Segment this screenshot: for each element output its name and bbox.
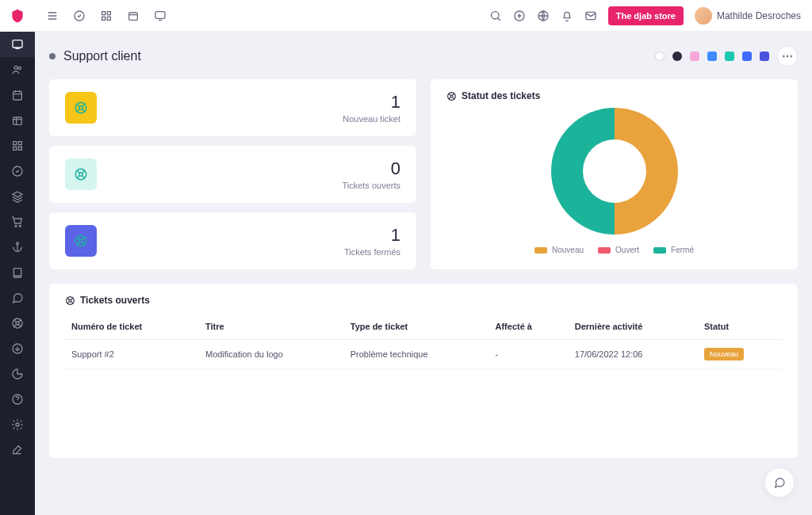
svg-rect-23	[107, 17, 110, 20]
main-content: Support client ⋯ 1Nouveau ticket0Tickets…	[35, 32, 812, 515]
lifebuoy-icon	[65, 296, 75, 306]
mail-icon[interactable]	[584, 10, 597, 22]
theme-swatches: ⋯	[655, 46, 798, 67]
svg-point-35	[79, 239, 83, 243]
cell-assigned: -	[489, 340, 569, 369]
svg-point-33	[79, 173, 83, 177]
tickets-table-card: Tickets ouverts Numéro de ticketTitreTyp…	[49, 284, 798, 458]
lifebuoy-icon	[65, 158, 97, 190]
svg-point-39	[69, 299, 71, 301]
nav-users[interactable]	[0, 57, 35, 82]
stat-card: 1Nouveau ticket	[49, 79, 416, 136]
nav-tasks[interactable]	[0, 158, 35, 184]
theme-swatch[interactable]	[725, 52, 734, 61]
nav-dashboard[interactable]	[0, 32, 35, 57]
status-dot-icon	[49, 53, 56, 59]
globe-icon[interactable]	[537, 10, 550, 22]
svg-rect-7	[13, 147, 17, 150]
page-header: Support client ⋯	[49, 46, 798, 67]
nav-edit[interactable]	[0, 437, 35, 463]
svg-point-15	[16, 322, 19, 325]
add-icon[interactable]	[513, 10, 526, 22]
nav-anchor[interactable]	[0, 235, 35, 260]
stat-value: 1	[344, 225, 400, 246]
table-header: Numéro de ticket	[65, 314, 199, 340]
stat-card: 1Tickets fermés	[49, 212, 416, 269]
nav-chat[interactable]	[0, 285, 35, 311]
nav-packages[interactable]	[0, 108, 35, 133]
sidebar	[0, 0, 35, 515]
theme-swatch[interactable]	[742, 52, 752, 61]
stat-card: 0Tickets ouverts	[49, 146, 416, 203]
theme-swatch[interactable]	[690, 52, 699, 61]
stat-label: Nouveau ticket	[343, 114, 400, 124]
menu-icon[interactable]	[46, 10, 59, 22]
avatar	[695, 7, 712, 25]
nav-book[interactable]	[0, 260, 35, 285]
table-title-text: Tickets ouverts	[80, 295, 150, 306]
lifebuoy-icon	[65, 92, 97, 124]
table-header: Dernière activité	[569, 314, 698, 340]
legend-label: Ouvert	[615, 246, 639, 254]
check-circle-icon[interactable]	[73, 10, 86, 22]
svg-rect-5	[13, 142, 17, 145]
store-button[interactable]: The djab store	[608, 6, 684, 25]
nav-layers[interactable]	[0, 184, 35, 209]
svg-point-11	[19, 225, 21, 227]
more-button[interactable]: ⋯	[777, 46, 798, 67]
svg-point-12	[17, 242, 19, 245]
theme-swatch[interactable]	[707, 52, 717, 61]
package-icon[interactable]	[127, 10, 140, 22]
stat-value: 0	[342, 158, 400, 179]
nav-cart[interactable]	[0, 209, 35, 235]
cell-number: Support #2	[65, 340, 199, 369]
legend-item: Nouveau	[534, 246, 584, 254]
svg-rect-0	[13, 40, 22, 48]
grid-icon[interactable]	[100, 10, 113, 22]
svg-rect-6	[18, 142, 21, 145]
svg-rect-25	[155, 11, 165, 18]
table-header: Affecté à	[489, 314, 569, 340]
table-title: Tickets ouverts	[65, 295, 782, 306]
cell-title: Modification du logo	[199, 340, 344, 369]
nav-apps[interactable]	[0, 133, 35, 158]
theme-swatch[interactable]	[760, 52, 769, 61]
stat-label: Tickets fermés	[344, 247, 400, 257]
svg-point-37	[450, 94, 453, 97]
app-logo[interactable]	[0, 0, 35, 32]
table-row[interactable]: Support #2Modification du logoProblème t…	[65, 340, 782, 369]
legend-swatch	[598, 247, 611, 254]
svg-rect-4	[13, 117, 22, 124]
cell-status: Nouveau	[698, 340, 782, 369]
svg-point-31	[79, 106, 83, 110]
legend-label: Nouveau	[552, 246, 584, 254]
cell-activity: 17/06/2022 12:06	[569, 340, 698, 369]
svg-rect-21	[107, 11, 110, 14]
nav-export[interactable]	[0, 336, 35, 361]
svg-rect-8	[18, 147, 21, 150]
bell-icon[interactable]	[561, 10, 573, 22]
user-menu[interactable]: Mathilde Desroches	[695, 7, 801, 25]
svg-point-26	[491, 11, 498, 18]
svg-rect-3	[13, 91, 22, 100]
theme-swatch[interactable]	[655, 52, 665, 61]
nav-reports[interactable]	[0, 361, 35, 387]
status-badge: Nouveau	[704, 348, 744, 360]
monitor-icon[interactable]	[154, 10, 167, 22]
stat-label: Tickets ouverts	[342, 181, 400, 190]
user-name: Mathilde Desroches	[717, 10, 801, 21]
chat-fab[interactable]	[764, 467, 795, 498]
legend-item: Fermé	[653, 246, 694, 254]
nav-calendar[interactable]	[0, 82, 35, 108]
legend-swatch	[534, 247, 547, 254]
tickets-table: Numéro de ticketTitreType de ticketAffec…	[65, 314, 782, 369]
legend-item: Ouvert	[598, 246, 639, 254]
chart-card: Statut des tickets NouveauOuvertFermé	[431, 79, 798, 269]
theme-swatch[interactable]	[672, 52, 682, 61]
svg-rect-20	[102, 11, 105, 14]
search-icon[interactable]	[489, 10, 502, 22]
table-header: Titre	[199, 314, 344, 340]
nav-support[interactable]	[0, 311, 35, 336]
nav-settings[interactable]	[0, 412, 35, 437]
nav-help[interactable]	[0, 387, 35, 412]
